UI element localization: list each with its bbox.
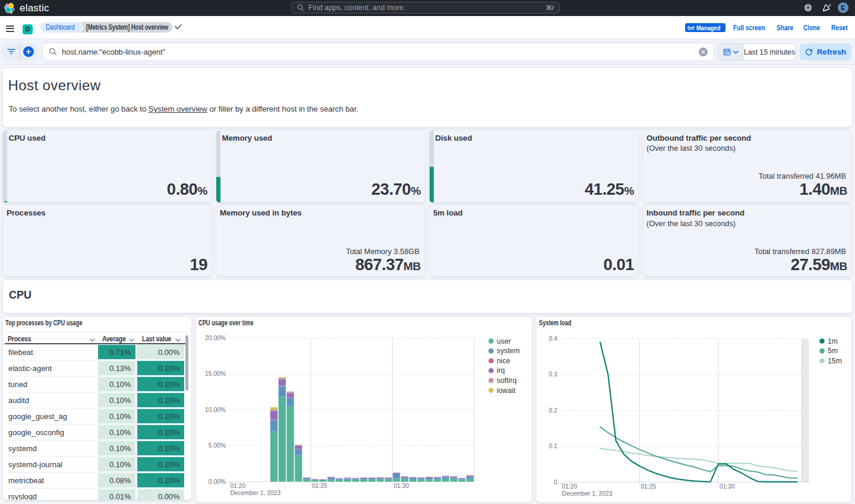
table-row[interactable]: google_guest_ag0.10%0.10%	[5, 408, 187, 424]
add-filter-plus-icon	[23, 46, 34, 57]
metric-title: Memory used in bytes	[220, 208, 302, 217]
table-row[interactable]: systemd0.10%0.10%	[5, 440, 187, 457]
clear-query-button[interactable]	[699, 47, 708, 56]
legend-item[interactable]: nice	[497, 356, 510, 364]
elastic-logo[interactable]: elastic	[4, 1, 49, 15]
svg-text:20.00%: 20.00%	[205, 335, 226, 341]
process-name: google_guest_ag	[8, 408, 67, 424]
svg-text:01:20: 01:20	[562, 483, 578, 489]
table-row[interactable]: tuned0.10%0.10%	[5, 376, 187, 392]
table-row[interactable]: auditd0.10%0.10%	[5, 392, 187, 408]
table-row[interactable]: filebeat0.71%0.00%	[5, 344, 187, 360]
add-filter-button[interactable]	[20, 43, 37, 61]
column-header-average[interactable]: Average	[102, 334, 130, 344]
legend-item[interactable]: system	[497, 347, 520, 355]
refresh-button[interactable]: Refresh	[800, 43, 851, 61]
cpu-usage-chart-title: CPU usage over time	[198, 319, 254, 327]
dashboard-app-badge[interactable]: D	[23, 24, 33, 34]
average-cell: 0.10%	[98, 393, 135, 407]
query-text: host.name:"ecobb-linux-agent"	[62, 47, 699, 56]
table-row[interactable]: metricbeat0.08%0.10%	[5, 473, 187, 489]
metric-progress-track	[216, 131, 220, 202]
svg-text:01:30: 01:30	[720, 483, 735, 489]
top-processes-panel: Top processes by CPU usage ProcessAverag…	[3, 317, 191, 500]
last-value-cell: 0.10%	[137, 377, 184, 391]
cpu-usage-chart: 0.00%5.00%10.00%15.00%20.00%01:2001:2501…	[196, 330, 532, 502]
process-name: google_osconfig	[8, 424, 64, 440]
metric-panel-cpu-used[interactable]: CPU used0.80%	[3, 131, 212, 202]
time-range-value[interactable]: Last 15 minutes	[743, 44, 796, 60]
search-shortcut: ⌘/	[546, 4, 554, 12]
metric-panel-memory-used-in-bytes[interactable]: Memory used in bytesTotal Memory 3.58GB8…	[216, 205, 425, 276]
cpu-usage-chart-panel: CPU usage over time 0.00%5.00%10.00%15.0…	[196, 317, 532, 502]
metric-progress-fill	[216, 177, 220, 202]
date-picker-menu-button[interactable]	[718, 44, 743, 60]
column-header-process[interactable]: Process	[8, 334, 36, 344]
system-load-chart-panel: System load 00.10.20.30.401:2001:2501:30…	[537, 317, 851, 502]
legend-item[interactable]: 1m	[828, 337, 838, 345]
global-search-input[interactable]: Find apps, content, and more. ⌘/	[291, 2, 560, 14]
metric-title: 5m load	[433, 208, 463, 217]
process-name: auditd	[8, 392, 29, 408]
legend-item[interactable]: user	[497, 337, 511, 345]
table-scrollbar[interactable]	[185, 335, 189, 391]
svg-text:15.00%: 15.00%	[205, 370, 226, 377]
newsfeed-icon	[822, 4, 831, 12]
filter-options-button[interactable]	[2, 43, 20, 61]
table-row[interactable]: systemd-journal0.10%0.10%	[5, 457, 187, 473]
metric-value: 1.40MB	[800, 180, 847, 199]
average-cell: 0.01%	[98, 489, 135, 500]
average-cell: 0.13%	[98, 361, 135, 375]
metric-value: 27.59MB	[791, 255, 847, 274]
system-overview-link[interactable]: System overview	[149, 104, 207, 113]
average-cell: 0.08%	[98, 473, 135, 487]
legend-item[interactable]: irq	[497, 366, 505, 375]
metric-panel-5m-load[interactable]: 5m load0.01	[430, 205, 638, 276]
help-button[interactable]	[802, 2, 814, 14]
svg-text:0.00%: 0.00%	[209, 478, 226, 484]
breadcrumb-dashboard[interactable]: Dashboard	[40, 22, 83, 33]
managed-badge[interactable]: Managed	[685, 23, 726, 32]
svg-text:01:25: 01:25	[641, 483, 656, 489]
page-title: Host overview	[8, 77, 101, 94]
clone-button[interactable]: Clone	[803, 24, 820, 32]
process-name: tuned	[8, 376, 27, 392]
legend-item[interactable]: iowait	[497, 386, 516, 394]
column-header-last-value[interactable]: Last value	[142, 334, 177, 344]
process-name: rsyslogd	[8, 489, 37, 500]
metric-panel-memory-used[interactable]: Memory used23.70%	[216, 131, 425, 202]
share-button[interactable]: Share	[777, 24, 793, 32]
metric-panel-processes[interactable]: Processes19	[3, 205, 212, 276]
query-input[interactable]: host.name:"ecobb-linux-agent"	[42, 43, 714, 61]
metric-panel-inbound-traffic-per-second[interactable]: Inbound traffic per second(Over the last…	[643, 205, 851, 276]
breadcrumb-current-page[interactable]: [Metrics System] Host overview	[80, 22, 173, 33]
metric-panel-outbound-traffic-per-second[interactable]: Outbound traffic per second(Over the las…	[643, 131, 851, 202]
reset-button[interactable]: Reset	[831, 24, 848, 32]
average-cell: 0.10%	[98, 377, 135, 391]
calendar-icon	[723, 48, 731, 56]
legend-item[interactable]: softirq	[497, 376, 517, 384]
user-avatar[interactable]: E	[838, 2, 848, 13]
average-cell: 0.10%	[98, 441, 135, 455]
elastic-logo-icon	[4, 3, 15, 14]
table-row[interactable]: rsyslogd0.01%0.00%	[5, 489, 187, 500]
svg-text:0.1: 0.1	[549, 443, 558, 449]
full-screen-button[interactable]: Full screen	[733, 24, 765, 32]
metric-panel-disk-used[interactable]: Disk used41.25%	[430, 131, 638, 202]
legend-item[interactable]: 15m	[828, 356, 842, 364]
table-row[interactable]: google_osconfig0.10%0.10%	[5, 424, 187, 440]
metric-progress-fill	[3, 201, 7, 202]
average-cell: 0.10%	[98, 425, 135, 439]
app-header: elastic Find apps, content, and more. ⌘/…	[0, 0, 855, 16]
menu-button[interactable]	[6, 26, 14, 32]
table-row[interactable]: elastic-agent0.13%0.10%	[5, 360, 187, 376]
last-value-cell: 0.10%	[137, 425, 184, 439]
legend-item[interactable]: 5m	[828, 347, 838, 355]
search-placeholder: Find apps, content, and more.	[308, 4, 546, 12]
metric-title: Memory used	[222, 134, 273, 142]
newsfeed-button[interactable]	[821, 2, 832, 14]
intro-panel: Host overview To select another host, ei…	[3, 68, 852, 127]
metric-title: Disk used	[436, 134, 472, 142]
query-search-icon	[49, 47, 57, 56]
breadcrumb-caret-icon[interactable]	[174, 24, 182, 31]
